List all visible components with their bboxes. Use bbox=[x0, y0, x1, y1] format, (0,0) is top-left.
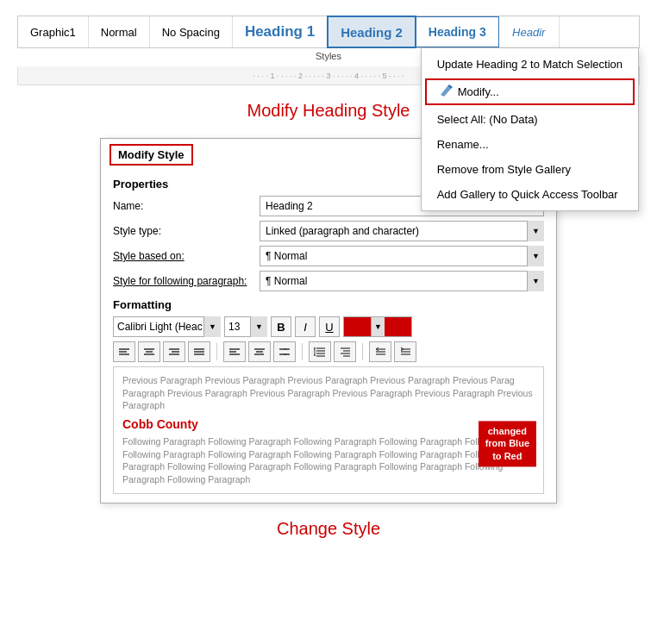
formatting-header: Formatting bbox=[113, 298, 544, 311]
style-based-label: Style based on: bbox=[113, 250, 260, 262]
align-left-btn[interactable] bbox=[113, 341, 135, 362]
preview-heading-text: Cobb County bbox=[122, 416, 535, 434]
align-separator2 bbox=[302, 343, 303, 360]
align-justify-btn[interactable] bbox=[188, 341, 210, 362]
modify-icon bbox=[439, 84, 453, 99]
style-based-select-wrapper: ¶ Normal ▼ bbox=[260, 246, 544, 266]
style-based-select[interactable]: ¶ Normal bbox=[260, 246, 544, 266]
preview-area: Previous Paragraph Previous Paragraph Pr… bbox=[113, 366, 544, 494]
dialog-body: Properties Name: Style type: Linked (par… bbox=[101, 171, 556, 503]
line-spacing-btn[interactable] bbox=[309, 341, 331, 362]
color-arrow: ▼ bbox=[371, 317, 385, 336]
indent-btn[interactable] bbox=[334, 341, 356, 362]
align-btn6[interactable] bbox=[248, 341, 271, 362]
formatting-toolbar: Calibri Light (Heac ▼ 13 ▼ B I U ▼ bbox=[113, 316, 544, 337]
context-modify[interactable]: Modify... bbox=[425, 78, 635, 105]
bold-button[interactable]: B bbox=[271, 316, 291, 337]
style-type-label: Style type: bbox=[113, 225, 260, 237]
align-btn7[interactable] bbox=[273, 341, 296, 362]
context-select-all[interactable]: Select All: (No Data) bbox=[422, 107, 638, 132]
align-right-btn[interactable] bbox=[163, 341, 185, 362]
top-section: Graphic1 Normal No Spacing Heading 1 Hea… bbox=[0, 0, 657, 85]
badge-line2: from Blue bbox=[485, 439, 529, 449]
style-graphic1[interactable]: Graphic1 bbox=[18, 16, 89, 47]
style-type-row: Style type: Linked (paragraph and charac… bbox=[113, 221, 544, 241]
formatting-section: Formatting Calibri Light (Heac ▼ 13 ▼ bbox=[113, 298, 544, 494]
align-separator3 bbox=[362, 343, 363, 360]
style-heading2[interactable]: Heading 2 bbox=[327, 16, 416, 48]
align-center-btn[interactable] bbox=[138, 341, 160, 362]
style-heading3[interactable]: Heading 3 bbox=[416, 16, 499, 47]
style-type-select[interactable]: Linked (paragraph and character) bbox=[260, 221, 544, 241]
underline-button[interactable]: U bbox=[319, 316, 340, 337]
section2-label: Change Style bbox=[0, 503, 657, 549]
style-normal[interactable]: Normal bbox=[89, 16, 150, 47]
badge-line3: to Red bbox=[492, 451, 522, 461]
style-gallery: Graphic1 Normal No Spacing Heading 1 Hea… bbox=[17, 16, 640, 48]
dialog-title: Modify Style bbox=[110, 144, 193, 166]
context-add-gallery[interactable]: Add Gallery to Quick Access Toolbar bbox=[422, 182, 638, 207]
changed-badge: changed from Blue to Red bbox=[479, 421, 536, 466]
context-rename[interactable]: Rename... bbox=[422, 132, 638, 157]
italic-button[interactable]: I bbox=[295, 316, 316, 337]
context-menu: Update Heading 2 to Match Selection Modi… bbox=[421, 47, 639, 211]
font-select[interactable]: Calibri Light (Heac bbox=[113, 316, 221, 337]
decrease-indent-btn[interactable] bbox=[369, 341, 391, 362]
context-remove[interactable]: Remove from Style Gallery bbox=[422, 157, 638, 182]
color-swatch[interactable]: ▼ bbox=[343, 316, 412, 337]
align-toolbar bbox=[113, 341, 544, 362]
size-select[interactable]: 13 bbox=[224, 316, 267, 337]
align-btn5[interactable] bbox=[223, 341, 246, 362]
size-select-wrapper: 13 ▼ bbox=[224, 316, 267, 337]
style-following-label: Style for following paragraph: bbox=[113, 275, 260, 287]
style-heading4[interactable]: Headir bbox=[499, 16, 560, 47]
context-modify-label: Modify... bbox=[458, 85, 499, 98]
badge-line1: changed bbox=[488, 426, 527, 436]
style-following-row: Style for following paragraph: ¶ Normal … bbox=[113, 271, 544, 291]
style-type-select-wrapper: Linked (paragraph and character) ▼ bbox=[260, 221, 544, 241]
style-following-select-wrapper: ¶ Normal ▼ bbox=[260, 271, 544, 291]
style-following-select[interactable]: ¶ Normal bbox=[260, 271, 544, 291]
preview-following-text: Following Paragraph Following Paragraph … bbox=[122, 435, 535, 486]
font-select-wrapper: Calibri Light (Heac ▼ bbox=[113, 316, 221, 337]
preview-previous-text: Previous Paragraph Previous Paragraph Pr… bbox=[122, 374, 535, 412]
style-no-spacing[interactable]: No Spacing bbox=[150, 16, 233, 47]
context-update[interactable]: Update Heading 2 to Match Selection bbox=[422, 52, 638, 77]
increase-indent-btn[interactable] bbox=[394, 341, 416, 362]
name-label: Name: bbox=[113, 200, 260, 212]
align-separator1 bbox=[216, 343, 217, 360]
style-based-row: Style based on: ¶ Normal ▼ bbox=[113, 246, 544, 266]
style-heading1[interactable]: Heading 1 bbox=[233, 16, 328, 47]
